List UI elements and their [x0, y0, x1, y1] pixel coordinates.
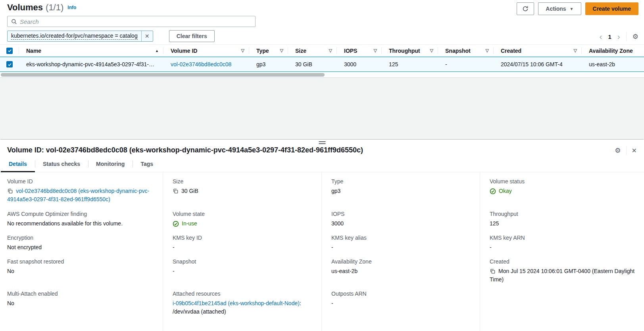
tab-tags[interactable]: Tags — [133, 156, 161, 172]
column-header-availability-zone[interactable]: Availability Zone — [582, 45, 644, 56]
create-volume-button-label: Create volume — [593, 6, 631, 12]
search-box[interactable] — [7, 16, 256, 27]
volumes-table: Name ▲ Volume ID ▽ Type ▽ Size ▽ IOPS ▽ … — [0, 44, 644, 78]
field-type: Type gp3 — [321, 172, 480, 205]
copy-icon[interactable] — [7, 188, 13, 194]
field-kms-key-alias: KMS key alias - — [321, 229, 480, 252]
column-label: Created — [501, 48, 521, 54]
filter-bar: kubernetes.io/created-for/pvc/namespace … — [7, 30, 215, 42]
clear-filters-button[interactable]: Clear filters — [169, 30, 215, 42]
column-label: Throughput — [389, 48, 420, 54]
page-number[interactable]: 1 — [608, 33, 611, 40]
status-badge: Okay — [499, 187, 512, 195]
sort-icon[interactable]: ▽ — [374, 48, 377, 53]
cell-iops: 3000 — [337, 57, 382, 71]
column-label: Availability Zone — [589, 48, 633, 54]
sort-icon[interactable]: ▽ — [241, 48, 244, 53]
attached-instance-link[interactable]: i-09b05c4f1be2145ad (eks-workshop-defaul… — [173, 300, 300, 306]
field-compute-optimizer: AWS Compute Optimizer finding No recomme… — [0, 205, 163, 229]
resource-counter: (1/1) — [46, 2, 63, 13]
field-volume-status: Volume status Okay — [480, 172, 644, 205]
title-group: Volumes (1/1) Info — [7, 2, 76, 13]
table-preferences-gear-icon[interactable]: ⚙ — [632, 33, 638, 41]
state-badge: In-use — [182, 219, 197, 228]
select-all-checkbox[interactable] — [6, 48, 13, 54]
column-header-size[interactable]: Size ▽ — [288, 45, 337, 56]
search-input[interactable] — [20, 18, 252, 25]
column-label: Size — [295, 48, 306, 54]
cell-size: 30 GiB — [288, 57, 337, 71]
copy-icon[interactable] — [490, 268, 496, 274]
sort-icon[interactable]: ▽ — [574, 48, 577, 53]
status-ok-icon — [490, 188, 496, 194]
column-header-iops[interactable]: IOPS ▽ — [337, 45, 382, 56]
sort-icon[interactable]: ▽ — [430, 48, 433, 53]
cell-name: eks-workshop-dynamic-pvc-4914a5e3-0297-4… — [19, 57, 163, 71]
table-row[interactable]: eks-workshop-dynamic-pvc-4914a5e3-0297-4… — [0, 57, 644, 72]
status-ok-icon — [173, 221, 179, 227]
panel-header-actions: ⚙ ✕ — [615, 146, 637, 155]
close-panel-icon[interactable]: ✕ — [632, 147, 637, 154]
table-header-row: Name ▲ Volume ID ▽ Type ▽ Size ▽ IOPS ▽ … — [0, 44, 644, 57]
panel-resize-handle[interactable] — [319, 141, 325, 144]
row-checkbox[interactable] — [6, 61, 13, 67]
tab-details[interactable]: Details — [1, 156, 35, 172]
column-header-created[interactable]: Created ▽ — [494, 45, 582, 56]
field-kms-key-arn: KMS key ARN - — [480, 229, 644, 252]
filter-token-text: kubernetes.io/created-for/pvc/namespace … — [8, 31, 141, 41]
previous-page-icon[interactable]: ‹ — [599, 33, 602, 40]
column-header-name[interactable]: Name ▲ — [19, 45, 163, 56]
empty-cell — [480, 285, 644, 331]
horizontal-scrollbar-thumb[interactable] — [1, 73, 325, 77]
volume-details-panel: Volume ID: vol-02e3746bd8edc0c08 (eks-wo… — [0, 140, 644, 331]
actions-button[interactable]: Actions ▼ — [538, 2, 581, 15]
column-label: Volume ID — [171, 48, 197, 54]
sort-icon[interactable]: ▽ — [280, 48, 283, 53]
refresh-button[interactable] — [517, 2, 534, 15]
volume-id-detail-link[interactable]: vol-02e3746bd8edc0c08 (eks-workshop-dyna… — [7, 188, 149, 202]
cell-type: gp3 — [249, 57, 288, 71]
field-attached-resources: Attached resources i-09b05c4f1be2145ad (… — [163, 285, 321, 331]
column-header-volume-id[interactable]: Volume ID ▽ — [163, 45, 249, 56]
horizontal-scrollbar-track — [0, 72, 644, 78]
tab-status-checks[interactable]: Status checks — [35, 156, 88, 172]
field-volume-state: Volume state In-use — [163, 205, 321, 229]
column-header-throughput[interactable]: Throughput ▽ — [382, 45, 438, 56]
cell-throughput: 125 — [382, 57, 438, 71]
field-size: Size 30 GiB — [163, 172, 321, 205]
column-header-snapshot[interactable]: Snapshot ▽ — [438, 45, 494, 56]
sort-icon[interactable]: ▽ — [486, 48, 489, 53]
check-icon — [8, 48, 12, 53]
cell-availability-zone: us-east-2b — [582, 57, 644, 71]
remove-filter-icon[interactable]: ✕ — [141, 31, 153, 41]
column-label: Type — [256, 48, 269, 54]
chevron-down-icon: ▼ — [570, 7, 574, 11]
pagination: ‹ 1 › ⚙ — [599, 32, 638, 41]
panel-title: Volume ID: vol-02e3746bd8edc0c08 (eks-wo… — [7, 145, 387, 155]
field-throughput: Throughput 125 — [480, 205, 644, 229]
sort-ascending-icon[interactable]: ▲ — [155, 49, 159, 53]
split-panel-gap — [0, 78, 644, 140]
copy-icon[interactable] — [173, 188, 179, 194]
details-grid: Volume ID vol-02e3746bd8edc0c08 (eks-wor… — [0, 172, 644, 331]
field-created: Created Mon Jul 15 2024 10:06:01 GMT-040… — [480, 252, 644, 285]
field-iops: IOPS 3000 — [321, 205, 480, 229]
field-encryption: Encryption Not encrypted — [0, 229, 163, 252]
attached-device: /dev/xvdaa (attached) — [173, 308, 315, 316]
panel-preferences-gear-icon[interactable]: ⚙ — [615, 146, 621, 155]
create-volume-button[interactable]: Create volume — [585, 2, 638, 15]
cell-created: 2024/07/15 10:06 GMT-4 — [494, 57, 582, 71]
field-multi-attach: Multi-Attach enabled No — [0, 285, 163, 331]
info-link[interactable]: Info — [67, 5, 76, 10]
next-page-icon[interactable]: › — [617, 33, 620, 40]
filter-token: kubernetes.io/created-for/pvc/namespace … — [7, 31, 153, 42]
column-header-type[interactable]: Type ▽ — [249, 45, 288, 56]
page-title: Volumes — [7, 2, 43, 13]
toolbar: Actions ▼ Create volume — [517, 2, 638, 15]
tab-monitoring[interactable]: Monitoring — [88, 156, 133, 172]
pagination-divider — [626, 32, 627, 41]
field-fast-snapshot-restored: Fast snapshot restored No — [0, 252, 163, 285]
sort-icon[interactable]: ▽ — [329, 48, 332, 53]
actions-button-label: Actions — [546, 6, 566, 12]
volume-id-link[interactable]: vol-02e3746bd8edc0c08 — [171, 61, 231, 67]
